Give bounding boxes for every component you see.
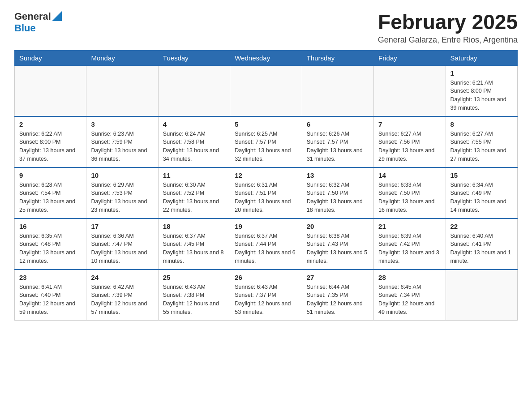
day-number: 7 (378, 120, 441, 128)
calendar-cell: 19Sunrise: 6:37 AMSunset: 7:44 PMDayligh… (230, 218, 302, 270)
day-number: 2 (19, 120, 82, 128)
calendar-cell: 26Sunrise: 6:43 AMSunset: 7:37 PMDayligh… (230, 270, 302, 321)
day-info: Sunrise: 6:25 AMSunset: 7:57 PMDaylight:… (235, 130, 297, 163)
day-number: 19 (235, 223, 297, 230)
day-info: Sunrise: 6:39 AMSunset: 7:42 PMDaylight:… (378, 232, 441, 265)
day-number: 11 (163, 171, 225, 179)
page-header: General Blue February 2025 General Galar… (14, 11, 518, 45)
calendar-cell: 13Sunrise: 6:32 AMSunset: 7:50 PMDayligh… (302, 167, 373, 218)
day-number: 24 (91, 274, 153, 281)
day-number: 26 (235, 274, 297, 281)
calendar-cell: 8Sunrise: 6:27 AMSunset: 7:55 PMDaylight… (446, 116, 517, 167)
calendar-cell: 27Sunrise: 6:44 AMSunset: 7:35 PMDayligh… (302, 270, 373, 321)
day-info: Sunrise: 6:37 AMSunset: 7:44 PMDaylight:… (235, 232, 297, 265)
day-info: Sunrise: 6:23 AMSunset: 7:59 PMDaylight:… (91, 130, 153, 163)
day-number: 10 (91, 171, 153, 179)
day-info: Sunrise: 6:45 AMSunset: 7:34 PMDaylight:… (378, 283, 441, 317)
calendar-cell: 11Sunrise: 6:30 AMSunset: 7:52 PMDayligh… (158, 167, 230, 218)
day-info: Sunrise: 6:30 AMSunset: 7:52 PMDaylight:… (163, 181, 225, 214)
calendar-cell: 28Sunrise: 6:45 AMSunset: 7:34 PMDayligh… (374, 270, 446, 321)
day-info: Sunrise: 6:27 AMSunset: 7:55 PMDaylight:… (450, 130, 513, 163)
day-number: 27 (307, 274, 369, 281)
calendar-week-row: 23Sunrise: 6:41 AMSunset: 7:40 PMDayligh… (15, 270, 518, 321)
day-info: Sunrise: 6:37 AMSunset: 7:45 PMDaylight:… (163, 232, 225, 265)
day-number: 16 (19, 223, 82, 230)
calendar-cell: 22Sunrise: 6:40 AMSunset: 7:41 PMDayligh… (446, 218, 517, 270)
day-info: Sunrise: 6:21 AMSunset: 8:00 PMDaylight:… (450, 79, 513, 112)
svg-marker-0 (52, 11, 62, 21)
calendar-cell: 14Sunrise: 6:33 AMSunset: 7:50 PMDayligh… (374, 167, 446, 218)
day-info: Sunrise: 6:43 AMSunset: 7:38 PMDaylight:… (163, 283, 225, 317)
day-number: 17 (91, 223, 153, 230)
calendar-cell: 16Sunrise: 6:35 AMSunset: 7:48 PMDayligh… (15, 218, 86, 270)
calendar-cell (158, 65, 230, 116)
calendar-cell (302, 65, 373, 116)
calendar-header-thursday: Thursday (302, 50, 373, 65)
day-number: 9 (19, 171, 82, 179)
title-section: February 2025 General Galarza, Entre Rio… (378, 11, 518, 45)
location-subtitle: General Galarza, Entre Rios, Argentina (378, 35, 518, 45)
calendar-cell: 2Sunrise: 6:22 AMSunset: 8:00 PMDaylight… (15, 116, 86, 167)
calendar-cell (15, 65, 86, 116)
calendar-header-row: SundayMondayTuesdayWednesdayThursdayFrid… (15, 50, 518, 65)
day-info: Sunrise: 6:22 AMSunset: 8:00 PMDaylight:… (19, 130, 82, 163)
day-info: Sunrise: 6:33 AMSunset: 7:50 PMDaylight:… (378, 181, 441, 214)
day-number: 6 (307, 120, 369, 128)
calendar-header-tuesday: Tuesday (158, 50, 230, 65)
day-number: 20 (307, 223, 369, 230)
logo-blue-text: Blue (14, 22, 36, 34)
day-info: Sunrise: 6:29 AMSunset: 7:53 PMDaylight:… (91, 181, 153, 214)
calendar-cell: 5Sunrise: 6:25 AMSunset: 7:57 PMDaylight… (230, 116, 302, 167)
calendar-cell: 23Sunrise: 6:41 AMSunset: 7:40 PMDayligh… (15, 270, 86, 321)
calendar-cell: 25Sunrise: 6:43 AMSunset: 7:38 PMDayligh… (158, 270, 230, 321)
calendar-cell: 9Sunrise: 6:28 AMSunset: 7:54 PMDaylight… (15, 167, 86, 218)
day-number: 25 (163, 274, 225, 281)
calendar-week-row: 1Sunrise: 6:21 AMSunset: 8:00 PMDaylight… (15, 65, 518, 116)
calendar-cell (446, 270, 517, 321)
calendar-header-wednesday: Wednesday (230, 50, 302, 65)
day-info: Sunrise: 6:42 AMSunset: 7:39 PMDaylight:… (91, 283, 153, 317)
day-number: 22 (450, 223, 513, 230)
day-info: Sunrise: 6:41 AMSunset: 7:40 PMDaylight:… (19, 283, 82, 317)
calendar-header-friday: Friday (374, 50, 446, 65)
calendar-cell (374, 65, 446, 116)
day-number: 5 (235, 120, 297, 128)
day-number: 4 (163, 120, 225, 128)
day-number: 14 (378, 171, 441, 179)
calendar-cell: 4Sunrise: 6:24 AMSunset: 7:58 PMDaylight… (158, 116, 230, 167)
calendar-cell: 17Sunrise: 6:36 AMSunset: 7:47 PMDayligh… (86, 218, 158, 270)
logo-general-text: General (14, 11, 51, 22)
day-number: 21 (378, 223, 441, 230)
calendar-cell: 12Sunrise: 6:31 AMSunset: 7:51 PMDayligh… (230, 167, 302, 218)
calendar-cell: 20Sunrise: 6:38 AMSunset: 7:43 PMDayligh… (302, 218, 373, 270)
calendar-week-row: 9Sunrise: 6:28 AMSunset: 7:54 PMDaylight… (15, 167, 518, 218)
day-info: Sunrise: 6:34 AMSunset: 7:49 PMDaylight:… (450, 181, 513, 214)
day-info: Sunrise: 6:31 AMSunset: 7:51 PMDaylight:… (235, 181, 297, 214)
day-info: Sunrise: 6:43 AMSunset: 7:37 PMDaylight:… (235, 283, 297, 317)
day-number: 13 (307, 171, 369, 179)
calendar-cell: 3Sunrise: 6:23 AMSunset: 7:59 PMDaylight… (86, 116, 158, 167)
calendar-header-saturday: Saturday (446, 50, 517, 65)
logo-triangle-icon (52, 11, 62, 21)
calendar-cell (86, 65, 158, 116)
month-title: February 2025 (378, 11, 518, 34)
day-number: 28 (378, 274, 441, 281)
day-info: Sunrise: 6:28 AMSunset: 7:54 PMDaylight:… (19, 181, 82, 214)
day-number: 3 (91, 120, 153, 128)
day-info: Sunrise: 6:24 AMSunset: 7:58 PMDaylight:… (163, 130, 225, 163)
day-info: Sunrise: 6:35 AMSunset: 7:48 PMDaylight:… (19, 232, 82, 265)
calendar-cell: 6Sunrise: 6:26 AMSunset: 7:57 PMDaylight… (302, 116, 373, 167)
calendar-week-row: 2Sunrise: 6:22 AMSunset: 8:00 PMDaylight… (15, 116, 518, 167)
calendar-cell: 18Sunrise: 6:37 AMSunset: 7:45 PMDayligh… (158, 218, 230, 270)
calendar-cell: 1Sunrise: 6:21 AMSunset: 8:00 PMDaylight… (446, 65, 517, 116)
calendar-week-row: 16Sunrise: 6:35 AMSunset: 7:48 PMDayligh… (15, 218, 518, 270)
day-number: 1 (450, 69, 513, 77)
day-number: 23 (19, 274, 82, 281)
calendar-cell: 10Sunrise: 6:29 AMSunset: 7:53 PMDayligh… (86, 167, 158, 218)
day-info: Sunrise: 6:36 AMSunset: 7:47 PMDaylight:… (91, 232, 153, 265)
day-info: Sunrise: 6:32 AMSunset: 7:50 PMDaylight:… (307, 181, 369, 214)
calendar-table: SundayMondayTuesdayWednesdayThursdayFrid… (14, 50, 518, 321)
day-info: Sunrise: 6:27 AMSunset: 7:56 PMDaylight:… (378, 130, 441, 163)
day-number: 8 (450, 120, 513, 128)
calendar-cell: 21Sunrise: 6:39 AMSunset: 7:42 PMDayligh… (374, 218, 446, 270)
